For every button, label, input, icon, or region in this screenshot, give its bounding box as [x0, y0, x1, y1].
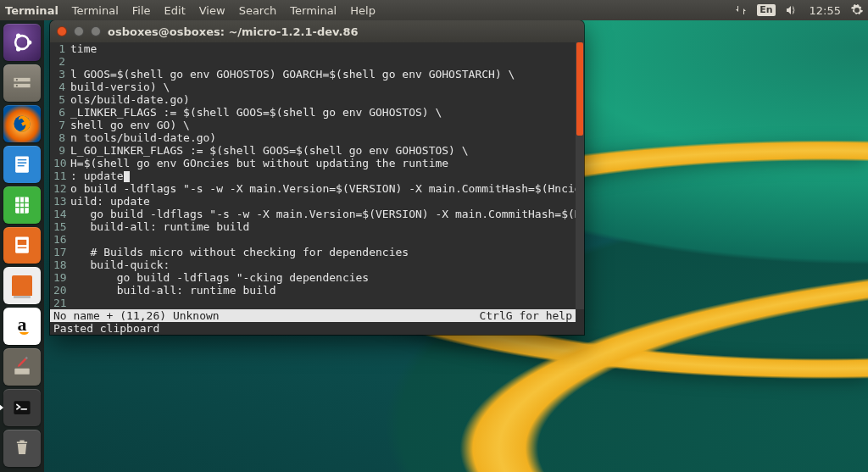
line-content[interactable]: build-versio) \	[70, 81, 576, 93]
impress-icon	[10, 233, 34, 257]
line-content[interactable]	[70, 233, 576, 246]
launcher-settings[interactable]	[3, 348, 41, 386]
settings-icon	[10, 355, 34, 379]
menu-help[interactable]: Help	[343, 4, 382, 17]
line-number: 10	[53, 157, 70, 169]
terminal-title: osboxes@osboxes: ~/micro-1.2.1-dev.86	[108, 25, 358, 38]
line-content[interactable]: _LINKER_FLAGS := $(shell GOOS=$(shell go…	[70, 106, 576, 119]
editor-line[interactable]: 4build-versio) \	[53, 81, 576, 93]
launcher-amazon[interactable]: a	[3, 308, 41, 345]
window-maximize-button[interactable]	[91, 26, 101, 36]
scrollbar-thumb[interactable]	[576, 42, 583, 136]
svg-rect-11	[18, 162, 27, 163]
line-content[interactable]: H=$(shell go env GOncies but without upd…	[70, 157, 576, 169]
line-content[interactable]: ols/build-date.go)	[70, 93, 576, 106]
line-content[interactable]: go build -ldflags "-s -w -X main.Version…	[70, 208, 576, 220]
editor-line[interactable]: 2	[53, 55, 576, 68]
line-content[interactable]: # Builds micro without checking for depe…	[70, 246, 576, 258]
line-content[interactable]: build-quick:	[70, 258, 576, 271]
editor-statusbar: No name + (11,26) Unknown CtrlG for help	[50, 309, 576, 322]
launcher-calc[interactable]	[3, 186, 41, 224]
editor-line[interactable]: 8n tools/build-date.go)	[53, 131, 576, 144]
launcher-writer[interactable]	[3, 146, 41, 183]
editor-line[interactable]: 20 build-all: runtime build	[53, 284, 576, 297]
terminal-body[interactable]: 1time23l GOOS=$(shell go env GOHOSTOS) G…	[50, 42, 584, 335]
launcher-files[interactable]	[3, 64, 41, 102]
gear-icon	[851, 4, 863, 16]
editor-area[interactable]: 1time23l GOOS=$(shell go env GOHOSTOS) G…	[50, 42, 576, 309]
software-icon	[12, 275, 32, 296]
editor-line[interactable]: 7shell go env GO) \	[53, 119, 576, 131]
line-content[interactable]: time	[70, 42, 576, 55]
menu-terminal[interactable]: Terminal	[65, 4, 125, 17]
editor-line[interactable]: 15 build-all: runtime build	[53, 220, 576, 233]
svg-point-3	[16, 47, 20, 51]
trash-icon	[10, 436, 34, 460]
menu-view[interactable]: View	[192, 4, 232, 17]
terminal-titlebar[interactable]: osboxes@osboxes: ~/micro-1.2.1-dev.86	[50, 20, 584, 42]
editor-line[interactable]: 11: update	[53, 169, 576, 182]
launcher-trash[interactable]	[3, 430, 41, 467]
launcher-software[interactable]	[3, 267, 41, 304]
line-content[interactable]: : update	[70, 169, 576, 182]
editor-line[interactable]: 5ols/build-date.go)	[53, 93, 576, 106]
amazon-icon: a	[18, 314, 27, 336]
svg-point-2	[16, 33, 20, 37]
line-content[interactable]	[70, 297, 576, 309]
line-content[interactable]: o build -ldflags "-s -w -X main.Version=…	[70, 182, 576, 195]
svg-rect-15	[18, 240, 27, 245]
editor-line[interactable]: 14 go build -ldflags "-s -w -X main.Vers…	[53, 208, 576, 220]
editor-line[interactable]: 19 go build -ldflags "-cking dependencie…	[53, 271, 576, 284]
svg-rect-18	[14, 401, 30, 414]
keyboard-indicator[interactable]: En	[752, 4, 780, 16]
network-indicator[interactable]	[730, 4, 752, 16]
menu-file[interactable]: File	[125, 4, 158, 17]
ubuntu-icon	[10, 31, 34, 54]
editor-line[interactable]: 1time	[53, 42, 576, 55]
editor-line[interactable]: 10H=$(shell go env GOncies but without u…	[53, 157, 576, 169]
editor-line[interactable]: 21	[53, 297, 576, 309]
line-content[interactable]: go build -ldflags "-cking dependencies	[70, 271, 576, 284]
top-panel: Terminal Terminal File Edit View Search …	[0, 0, 868, 20]
line-content[interactable]: shell go env GO) \	[70, 119, 576, 131]
svg-rect-13	[15, 197, 29, 213]
writer-icon	[10, 153, 34, 176]
session-indicator[interactable]	[846, 4, 868, 16]
svg-rect-10	[18, 159, 27, 160]
editor-line[interactable]: 17 # Builds micro without checking for d…	[53, 246, 576, 258]
editor-line[interactable]: 12o build -ldflags "-s -w -X main.Versio…	[53, 182, 576, 195]
editor-line[interactable]: 13uild: update	[53, 195, 576, 208]
launcher-terminal[interactable]	[3, 389, 41, 426]
editor-message: Pasted clipboard	[53, 322, 159, 335]
menu-terminal-2[interactable]: Terminal	[283, 4, 343, 17]
svg-rect-17	[14, 369, 30, 375]
line-content[interactable]: L_GO_LINKER_FLAGS := $(shell GOOS=$(shel…	[70, 144, 576, 157]
line-content[interactable]: l GOOS=$(shell go env GOHOSTOS) GOARCH=$…	[70, 68, 576, 81]
status-left: No name + (11,26) Unknown	[53, 309, 220, 322]
line-content[interactable]: n tools/build-date.go)	[70, 131, 576, 144]
svg-rect-16	[18, 247, 27, 248]
line-content[interactable]: build-all: runtime build	[70, 220, 576, 233]
menu-edit[interactable]: Edit	[158, 4, 192, 17]
editor-line[interactable]: 18 build-quick:	[53, 258, 576, 271]
window-close-button[interactable]	[57, 26, 67, 36]
editor-line[interactable]: 3l GOOS=$(shell go env GOHOSTOS) GOARCH=…	[53, 68, 576, 81]
launcher-impress[interactable]	[3, 227, 41, 264]
volume-icon	[786, 4, 799, 16]
line-content[interactable]	[70, 55, 576, 68]
window-minimize-button[interactable]	[74, 26, 84, 36]
launcher-dash[interactable]	[3, 24, 41, 61]
editor-line[interactable]: 16	[53, 233, 576, 246]
files-icon	[10, 71, 34, 95]
line-content[interactable]: build-all: runtime build	[70, 284, 576, 297]
sound-indicator[interactable]	[781, 4, 804, 16]
editor-line[interactable]: 6_LINKER_FLAGS := $(shell GOOS=$(shell g…	[53, 106, 576, 119]
clock[interactable]: 12:55	[804, 4, 846, 17]
editor-scrollbar[interactable]	[576, 42, 584, 309]
line-number: 16	[53, 233, 70, 246]
launcher-firefox[interactable]	[3, 105, 41, 142]
editor-line[interactable]: 9L_GO_LINKER_FLAGS := $(shell GOOS=$(she…	[53, 144, 576, 157]
menu-search[interactable]: Search	[232, 4, 284, 17]
line-number: 20	[53, 284, 70, 297]
line-content[interactable]: uild: update	[70, 195, 576, 208]
